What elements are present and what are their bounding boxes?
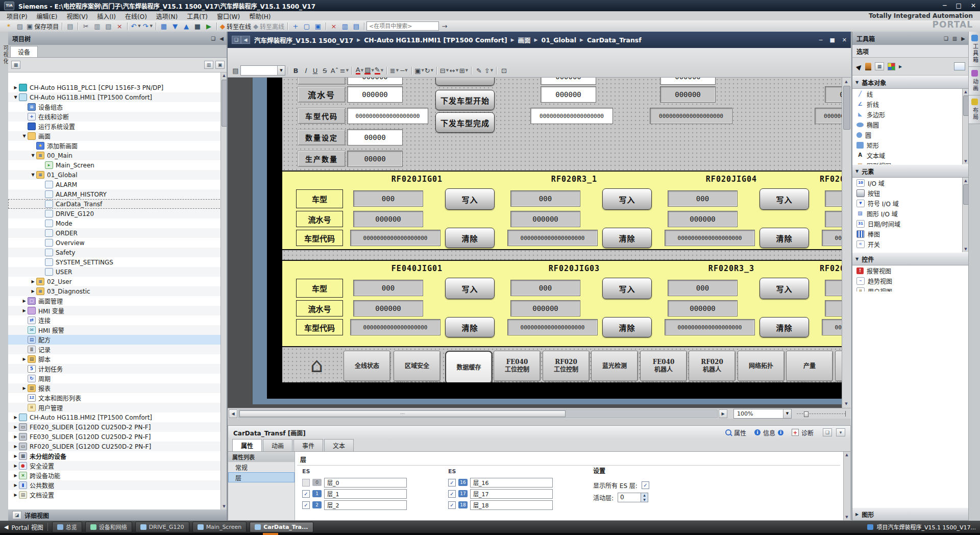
collapse-icon[interactable]: ▼ [12, 95, 19, 100]
tree-item[interactable]: ≡设备组态 [8, 102, 228, 112]
canvas-surface[interactable]: 000000000000000000流水号000000车型代码000000000… [282, 78, 842, 382]
hmi-io-field[interactable]: 000 [353, 190, 423, 207]
hmi-button[interactable]: 下发车型开始 [435, 90, 495, 110]
hmi-io-field[interactable]: 000 [825, 190, 842, 207]
arrange-icon[interactable]: ▣▼ [414, 65, 424, 76]
hmi-nav-button[interactable]: 注销 [835, 351, 842, 381]
hmi-io-field[interactable]: 000000 [347, 78, 403, 85]
tree-columns-icon[interactable]: ▣ [215, 61, 225, 69]
tree-item[interactable]: Safety [8, 248, 228, 257]
toolbox-item[interactable]: 棒图 [852, 229, 969, 239]
split-h-icon[interactable]: ▥ [339, 21, 351, 31]
hmi-io-field[interactable]: 0000000000000000000 [822, 319, 842, 335]
hmi-button[interactable]: 清除 [760, 228, 809, 248]
properties-header-tab-info-icon[interactable]: i信息i [754, 428, 783, 437]
hmi-button[interactable] [435, 78, 495, 86]
hmi-io-field[interactable]: 000 [353, 280, 423, 296]
scroll-down-icon[interactable]: ▼ [843, 401, 849, 407]
tab-动画[interactable]: 动画 [263, 439, 292, 451]
layer-checkbox[interactable] [302, 479, 310, 487]
zoom-selection-icon[interactable]: ⊡ [499, 65, 509, 76]
color-palette-icon[interactable] [888, 63, 895, 70]
go-online-icon[interactable]: ◆转至在线 [219, 21, 252, 31]
tree-item[interactable]: ▶▤脚本 [8, 354, 228, 364]
undo-icon[interactable]: ↶▼ [130, 21, 141, 31]
tree-item[interactable]: ★添加新画面 [8, 141, 228, 151]
expand-icon[interactable]: ▶ [12, 473, 19, 478]
hmi-io-field[interactable]: 0000000000000000000 [822, 230, 842, 246]
expand-icon[interactable]: ▶ [30, 289, 36, 294]
redo-icon[interactable]: ↷▼ [142, 21, 154, 31]
expand-icon[interactable]: ▶ [21, 357, 28, 361]
expand-icon[interactable]: ▶ [12, 85, 19, 90]
toolbox-item[interactable]: ▨图形视图 [852, 160, 969, 164]
layer-name-input[interactable]: 层_18 [470, 500, 553, 510]
font-color-icon[interactable]: A▼ [355, 65, 364, 76]
scroll-up-icon[interactable]: ▲ [844, 452, 850, 458]
hmi-io-field[interactable]: 000 [668, 190, 738, 207]
tree-item[interactable]: ▶▦未分组的设备 [8, 451, 228, 461]
toolbox-item[interactable]: ∠折线 [852, 99, 969, 109]
tree-item[interactable]: USER [8, 267, 228, 277]
editor-task-button[interactable]: CarData_Tra... [250, 522, 313, 532]
layer-name-input[interactable]: 层_1 [324, 489, 407, 499]
hmi-button[interactable]: 清除 [602, 317, 652, 337]
toolbox-item[interactable]: A文本域 [852, 150, 969, 160]
hmi-io-field[interactable]: 000000 [668, 300, 738, 317]
tree-item[interactable]: ▼画面 [8, 131, 228, 141]
dock-icon[interactable]: ❏ [232, 36, 241, 44]
menu-item[interactable]: 在线(O) [120, 11, 152, 21]
spin-up-icon[interactable]: ▲ [641, 493, 648, 498]
search-go-icon[interactable]: → [439, 21, 450, 31]
hmi-button[interactable]: 清除 [760, 317, 809, 337]
chevron-down-icon[interactable]: ▼ [783, 409, 791, 418]
hmi-io-field[interactable]: 000 [510, 280, 580, 296]
toolbox-item[interactable]: 矩形 [852, 140, 969, 150]
expand-icon[interactable]: ▶ [12, 483, 19, 488]
breadcrumb-item[interactable]: 01_Global [542, 36, 576, 44]
expand-icon[interactable]: ▶ [21, 299, 28, 303]
online-diag-icon[interactable]: + [290, 21, 301, 31]
toolbox-section-bar[interactable]: ▼控件 [852, 252, 969, 265]
tree-item[interactable]: ALARM_HISTORY [8, 189, 228, 199]
tree-item[interactable]: ORDER [8, 228, 228, 238]
toolbox-item[interactable]: ii用户视图 [852, 286, 969, 291]
expand-icon[interactable]: ▶ [30, 279, 36, 284]
canvas-vscrollbar[interactable]: ▲ ▼ [842, 78, 851, 408]
layer-name-input[interactable]: 层_16 [470, 478, 553, 488]
tab-事件[interactable]: 事件 [293, 439, 323, 451]
scroll-right-icon[interactable]: ▶ [719, 409, 727, 418]
scroll-left-icon[interactable]: ◀ [229, 409, 237, 418]
hmi-button[interactable]: 清除 [602, 228, 652, 248]
hmi-nav-button[interactable]: 产量 [786, 351, 833, 381]
hmi-nav-button[interactable]: RF020机器人 [689, 351, 736, 381]
tree-item[interactable]: SYSTEM_SETTINGS [8, 257, 228, 267]
expand-icon[interactable]: ▶ [12, 425, 19, 429]
spin-down-icon[interactable]: ▼ [641, 497, 648, 502]
menu-item[interactable]: 视图(V) [62, 11, 93, 21]
tree-item[interactable]: ▶×跨设备功能 [8, 471, 228, 480]
hmi-io-field[interactable]: 0000000000000000000 [350, 319, 440, 335]
editor-task-button[interactable]: Main_Screen [192, 522, 247, 532]
toolbox-item[interactable]: ▨图形 I/O 域 [852, 208, 969, 218]
hmi-io-field[interactable]: 000000 [660, 86, 716, 103]
hmi-io-field[interactable]: 000000 [660, 78, 716, 85]
copy-icon[interactable]: ▥ [91, 21, 103, 31]
strike-icon[interactable]: S [320, 65, 330, 76]
hmi-io-field[interactable]: 0000000000000000000 [665, 319, 755, 335]
expand-icon[interactable]: ▶ [12, 444, 19, 449]
side-tab-toolbox-tab[interactable]: 工具箱 [969, 32, 980, 67]
hmi-io-field[interactable]: 0000000000000000000 [507, 319, 598, 335]
hmi-io-field[interactable]: 000000 [510, 211, 580, 227]
hmi-button[interactable]: 写入 [602, 188, 652, 210]
float-panel-icon[interactable]: ❏ [211, 36, 215, 41]
italic-icon[interactable]: I [301, 65, 310, 76]
fill-color-icon[interactable]: ▨▼ [364, 65, 374, 76]
panel-collapse-icon[interactable]: ▾ [836, 428, 845, 436]
go-offline-icon[interactable]: ◆转至离线 [252, 21, 285, 31]
editor-task-button[interactable]: 总览 [52, 522, 82, 532]
tree-item[interactable]: ▶▤文档设置 [8, 490, 228, 500]
tree-item[interactable]: ▶≡03_Diagnostic [8, 286, 228, 296]
breadcrumb-item[interactable]: 画面 [518, 35, 531, 45]
hscroll-thumb[interactable]: ⋯ [239, 410, 566, 417]
